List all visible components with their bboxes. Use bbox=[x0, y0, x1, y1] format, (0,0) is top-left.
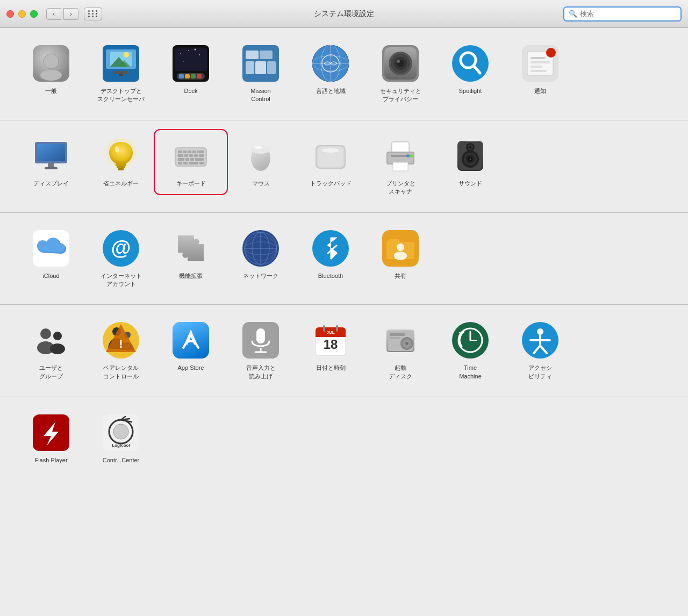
svg-rect-134 bbox=[256, 328, 265, 343]
timemachine-label: TimeMachine bbox=[459, 364, 482, 381]
svg-rect-71 bbox=[184, 154, 188, 157]
icon-item-datetime[interactable]: JUL 18 日付と時刻 bbox=[296, 316, 366, 377]
grid-view-button[interactable] bbox=[84, 8, 102, 20]
svg-point-16 bbox=[195, 49, 196, 51]
extensions-icon bbox=[171, 229, 210, 268]
search-input[interactable] bbox=[580, 10, 676, 18]
icon-item-mission[interactable]: MissionControl bbox=[226, 39, 296, 109]
svg-rect-68 bbox=[192, 151, 196, 153]
icon-item-network[interactable]: ネットワーク bbox=[226, 224, 296, 285]
icon-item-dock[interactable]: Dock bbox=[156, 39, 226, 101]
svg-point-165 bbox=[113, 424, 128, 439]
icon-item-security[interactable]: セキュリティとプライバシー bbox=[366, 39, 435, 109]
section-internet: iCloud @ インターネットアカウント bbox=[0, 213, 688, 305]
dock-label: Dock bbox=[184, 87, 197, 95]
svg-rect-67 bbox=[188, 151, 191, 153]
language-icon bbox=[311, 44, 350, 83]
icon-item-parental[interactable]: ! ペアレンタルコントロール bbox=[86, 316, 156, 386]
svg-rect-143 bbox=[336, 325, 338, 332]
icon-item-sharing[interactable]: 共有 bbox=[366, 224, 435, 285]
icon-item-sound[interactable]: サウンド bbox=[435, 131, 505, 193]
forward-button[interactable]: › bbox=[63, 8, 78, 20]
icon-item-display[interactable]: ディスプレイ bbox=[16, 131, 86, 193]
icon-item-mouse[interactable]: マウス bbox=[226, 131, 296, 193]
printer-icon bbox=[381, 137, 420, 175]
section-other: Flash Player Log bbox=[0, 397, 688, 481]
search-icon: 🔍 bbox=[569, 10, 577, 18]
icon-item-desktop[interactable]: デスクトップとスクリーンセーバ bbox=[86, 39, 156, 109]
svg-point-8 bbox=[124, 52, 129, 58]
svg-rect-147 bbox=[390, 337, 400, 339]
back-button[interactable]: ‹ bbox=[46, 8, 61, 20]
grid-dots-icon bbox=[88, 10, 98, 17]
icloud-icon bbox=[32, 229, 70, 268]
keyboard-label: キーボード bbox=[176, 180, 206, 188]
accessibility-label: アクセシビリティ bbox=[528, 364, 552, 381]
logicool-icon: Logicool bbox=[102, 413, 140, 452]
svg-point-96 bbox=[410, 154, 413, 157]
icon-item-accessibility[interactable]: アクセシビリティ bbox=[505, 316, 575, 386]
trackpad-label: トラックパッド bbox=[310, 180, 352, 188]
internet-icons-row: iCloud @ インターネットアカウント bbox=[16, 224, 672, 294]
icon-item-startup[interactable]: 起動ディスク bbox=[366, 316, 435, 386]
flash-player-icon bbox=[32, 413, 70, 452]
svg-text:18: 18 bbox=[324, 337, 338, 352]
svg-text:Logicool: Logicool bbox=[112, 443, 130, 448]
svg-rect-74 bbox=[199, 154, 204, 157]
icon-item-energy[interactable]: 省エネルギー bbox=[86, 131, 156, 193]
svg-rect-19 bbox=[179, 74, 184, 78]
svg-point-14 bbox=[188, 50, 189, 51]
search-box[interactable]: 🔍 bbox=[563, 6, 682, 22]
appstore-label: App Store bbox=[178, 364, 204, 372]
svg-rect-21 bbox=[191, 74, 196, 78]
datetime-icon: JUL 18 bbox=[311, 321, 350, 360]
system-icons-row: ユーザとグループ ! bbox=[16, 316, 672, 386]
internet-accounts-label: インターネットアカウント bbox=[101, 272, 142, 289]
icon-item-trackpad[interactable]: トラックパッド bbox=[296, 131, 366, 193]
svg-point-85 bbox=[254, 146, 263, 149]
svg-rect-75 bbox=[178, 158, 184, 161]
icon-item-logicool[interactable]: Logicool Contr...Center bbox=[86, 408, 156, 470]
dictation-icon bbox=[241, 321, 280, 360]
nav-buttons: ‹ › bbox=[46, 8, 78, 20]
other-icons-row: Flash Player Log bbox=[16, 408, 672, 470]
icon-item-icloud[interactable]: iCloud bbox=[16, 224, 86, 285]
maximize-button[interactable] bbox=[30, 10, 38, 18]
svg-rect-65 bbox=[178, 151, 182, 153]
flash-player-label: Flash Player bbox=[34, 456, 67, 464]
svg-text:!: ! bbox=[119, 337, 123, 350]
sharing-icon bbox=[381, 229, 420, 268]
icloud-label: iCloud bbox=[42, 272, 59, 280]
icon-item-internet-accounts[interactable]: @ インターネットアカウント bbox=[86, 224, 156, 294]
section-hardware: ディスプレイ bbox=[0, 120, 688, 213]
icon-item-flash[interactable]: Flash Player bbox=[16, 408, 86, 470]
svg-rect-76 bbox=[185, 158, 189, 161]
icon-item-timemachine[interactable]: TimeMachine bbox=[435, 316, 505, 386]
svg-point-121 bbox=[40, 328, 51, 339]
svg-point-1 bbox=[44, 54, 59, 69]
icon-item-appstore[interactable]: App Store bbox=[156, 316, 226, 377]
icon-item-users[interactable]: ユーザとグループ bbox=[16, 316, 86, 386]
close-button[interactable] bbox=[6, 10, 14, 18]
icon-item-notification[interactable]: 通知 bbox=[505, 39, 575, 101]
hardware-icons-row: ディスプレイ bbox=[16, 131, 672, 202]
svg-point-43 bbox=[452, 45, 489, 82]
svg-rect-20 bbox=[185, 74, 190, 78]
users-icon bbox=[32, 321, 70, 360]
icon-item-printer[interactable]: プリンタとスキャナ bbox=[366, 131, 435, 202]
icon-item-language[interactable]: 言語と地域 bbox=[296, 39, 366, 101]
icon-item-dictation[interactable]: 音声入力と読み上げ bbox=[226, 316, 296, 386]
svg-point-95 bbox=[406, 154, 410, 157]
svg-rect-82 bbox=[199, 162, 204, 164]
printer-label: プリンタとスキャナ bbox=[386, 180, 415, 196]
icon-item-extensions[interactable]: 機能拡張 bbox=[156, 224, 226, 285]
icon-item-keyboard[interactable]: キーボード bbox=[156, 131, 226, 193]
svg-rect-56 bbox=[48, 163, 54, 168]
icon-item-spotlight[interactable]: Spotlight bbox=[435, 39, 505, 101]
svg-rect-24 bbox=[246, 51, 259, 59]
icon-item-general[interactable]: 一般 bbox=[16, 39, 86, 101]
svg-point-123 bbox=[53, 332, 62, 340]
minimize-button[interactable] bbox=[18, 10, 26, 18]
icon-item-bluetooth[interactable]: Bluetooth bbox=[296, 224, 366, 285]
language-label: 言語と地域 bbox=[316, 87, 346, 95]
